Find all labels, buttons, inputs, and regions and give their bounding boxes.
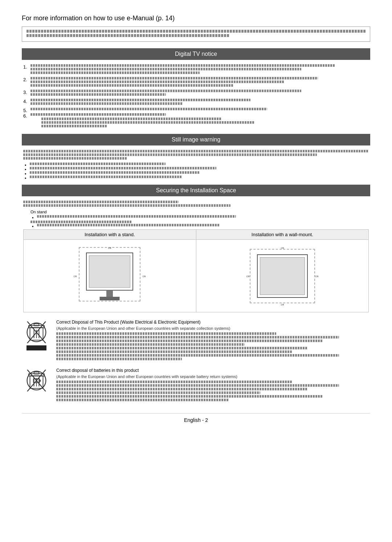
list-item: 5. — [23, 108, 369, 110]
black-bar — [26, 345, 46, 350]
digital-tv-content: 1. 2. 3. 4. 5. 6. — [22, 64, 370, 127]
battery-disposal-subtitle: (Applicable in the European Union and ot… — [56, 374, 370, 379]
svg-rect-2 — [34, 324, 39, 326]
list-item: 2. — [23, 77, 369, 87]
installation-header: Securing the Installation Space — [22, 185, 370, 196]
meas-top-wall: ㎝ — [281, 245, 284, 250]
meas-right-stand: ㎝ — [142, 274, 146, 279]
digital-tv-header: Digital TV notice — [22, 48, 370, 60]
still-image-content — [22, 150, 370, 178]
intro-line-2 — [26, 34, 230, 37]
list-item — [30, 215, 369, 218]
meas-top-stand: ㎝ — [108, 245, 111, 250]
battery-disposal-title: Correct disposal of batteries in this pr… — [56, 368, 370, 373]
list-item: 1. — [23, 64, 369, 74]
list-item — [23, 176, 369, 178]
meas-left-stand: ㎝ — [73, 274, 77, 279]
disposal-section: Correct Disposal of This Product (Waste … — [22, 320, 370, 402]
wall-header: Installation with a wall-mount. — [196, 230, 369, 239]
product-disposal-text: Correct Disposal of This Product (Waste … — [56, 320, 370, 361]
intro-line-1 — [26, 30, 366, 33]
battery-disposal-icon — [22, 368, 51, 391]
footer: English - 2 — [22, 413, 370, 423]
list-item: 3. — [23, 90, 369, 96]
on-stand-list — [30, 215, 369, 218]
install-header-row: Installation with a stand. Installation … — [23, 229, 369, 240]
battery-disposal-row: Correct disposal of batteries in this pr… — [22, 368, 370, 402]
svg-rect-11 — [34, 372, 39, 374]
stand-diagram: ㎝ ㎝ ㎝ — [24, 240, 196, 312]
svg-rect-19 — [40, 380, 41, 382]
meas-bottom-wall: ㎝ — [281, 302, 284, 307]
battery-trash-icon — [26, 370, 46, 391]
mounted-list — [30, 224, 369, 226]
product-disposal-title: Correct Disposal of This Product (Waste … — [56, 320, 370, 325]
install-diagrams-row: ㎝ ㎝ ㎝ ㎝ — [23, 240, 369, 312]
list-item: 6. — [23, 113, 369, 127]
meas-left-wall: ㎝ — [246, 274, 250, 279]
stand-header: Installation with a stand. — [24, 230, 196, 239]
list-item — [23, 171, 369, 174]
still-image-header: Still image warning — [22, 134, 370, 145]
battery-disposal-text: Correct disposal of batteries in this pr… — [56, 368, 370, 402]
page-title: For more information on how to use e-Man… — [22, 15, 370, 22]
intro-box — [22, 26, 370, 42]
trash-can-icon — [26, 321, 46, 343]
installation-content: On stand Installation with a stand. Inst… — [22, 201, 370, 312]
product-disposal-icon — [22, 320, 51, 350]
list-item — [23, 163, 369, 165]
list-item — [23, 167, 369, 169]
meas-right-wall: ㎝ — [315, 274, 319, 279]
digital-tv-list: 1. 2. 3. 4. 5. 6. — [23, 64, 369, 127]
list-item: 4. — [23, 99, 369, 105]
list-item — [30, 224, 369, 226]
wall-diagram: ㎝ ㎝ ㎝ ㎝ — [196, 240, 369, 312]
footer-text: English - 2 — [184, 417, 208, 423]
still-image-list — [23, 163, 369, 178]
product-disposal-subtitle: (Applicable in the European Union and ot… — [56, 326, 370, 330]
on-stand-label: On stand — [30, 210, 47, 214]
product-disposal-row: Correct Disposal of This Product (Waste … — [22, 320, 370, 361]
